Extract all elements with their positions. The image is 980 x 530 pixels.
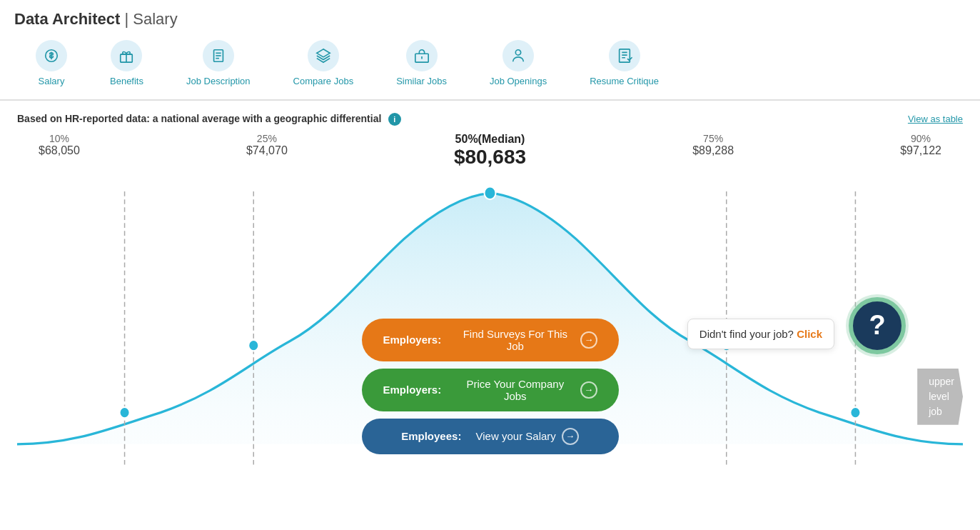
pct-90: 90% $97,122 [900,133,941,169]
upper-level-line2: level [929,391,949,402]
nav-resume-critique[interactable]: Resume Critique [568,34,680,92]
view-salary-button[interactable]: Employees: View your Salary → [362,419,619,454]
pct-90-value: $97,122 [900,144,941,157]
nav-similar-jobs-label: Similar Jobs [396,76,447,86]
salary-icon-bg [36,40,67,71]
svg-point-18 [850,407,860,418]
pct-50-value: $80,683 [454,146,526,169]
svg-point-8 [515,50,520,55]
price-jobs-button[interactable]: Employers: Price Your Company Jobs → [362,369,619,411]
question-mark-icon: ? [869,310,885,341]
job-openings-icon-bg [502,40,534,71]
pct-10-label: 10% [39,133,80,144]
tooltip-text: Didn't find your job? [699,328,794,340]
navigation: Salary Benefits Job Description Compare … [0,34,980,101]
nav-job-description[interactable]: Job Description [165,34,272,92]
nav-salary-label: Salary [39,76,65,86]
nav-job-description-label: Job Description [186,76,251,86]
find-surveys-button[interactable]: Employers: Find Surveys For This Job → [362,319,619,361]
nav-job-openings[interactable]: Job Openings [468,34,568,92]
price-jobs-prefix: Employers: [383,384,442,396]
pct-50: 50%(Median) $80,683 [454,133,526,169]
percentile-labels-row: 10% $68,050 25% $74,070 50%(Median) $80,… [17,133,963,169]
benefits-icon-bg [111,40,142,71]
title-bold: Data Architect [14,10,120,28]
find-surveys-prefix: Employers: [383,334,442,346]
chart-wrapper: Didn't find your job? Click ? upper leve… [17,176,963,476]
pct-10-value: $68,050 [39,144,80,157]
pct-90-label: 90% [900,133,941,144]
pct-75-label: 75% [692,133,734,144]
gift-icon [118,48,134,64]
pct-10: 10% $68,050 [39,133,80,169]
person-icon [510,48,526,64]
chart-section: Based on HR-reported data: a national av… [0,101,980,487]
nav-compare-jobs[interactable]: Compare Jobs [272,34,375,92]
pct-25-value: $74,070 [246,144,288,157]
cta-buttons-group: Employers: Find Surveys For This Job → E… [362,319,619,454]
question-button[interactable]: ? [849,297,906,354]
job-description-icon-bg [203,40,234,71]
svg-point-15 [248,340,258,351]
nav-job-openings-label: Job Openings [490,76,547,86]
view-salary-arrow-icon: → [562,428,579,445]
view-salary-label: View your Salary [476,430,556,442]
similar-jobs-icon-bg [406,40,438,71]
nav-salary[interactable]: Salary [14,34,89,92]
title-light: | Salary [120,10,177,28]
nav-resume-critique-label: Resume Critique [590,76,659,86]
upper-level-line3: job [929,406,942,417]
pct-75-value: $89,288 [692,144,734,157]
view-table-link[interactable]: View as table [908,114,963,124]
pct-25-label: 25% [246,133,288,144]
chart-header: Based on HR-reported data: a national av… [17,112,963,126]
price-jobs-arrow-icon: → [580,381,597,399]
pct-75: 75% $89,288 [692,133,734,169]
nav-compare-jobs-label: Compare Jobs [293,76,354,86]
view-salary-prefix: Employees: [401,430,461,442]
find-surveys-arrow-icon: → [580,331,597,349]
resume-critique-icon-bg [609,40,640,71]
page-title: Data Architect | Salary [0,0,980,34]
document-icon [211,48,226,64]
upper-level-line1: upper [929,376,954,387]
find-surveys-label: Find Surveys For This Job [455,328,575,352]
info-icon[interactable]: i [388,113,401,126]
compare-jobs-icon-bg [308,40,339,71]
briefcase-icon [414,48,430,64]
svg-point-16 [484,186,495,199]
svg-point-14 [120,407,130,418]
tooltip-box: Didn't find your job? Click [687,319,834,349]
tooltip-click-link[interactable]: Click [797,328,822,340]
pct-25: 25% $74,070 [246,133,288,169]
price-jobs-label: Price Your Company Jobs [455,378,575,402]
layers-icon [315,48,331,64]
resume-icon [617,48,632,64]
nav-similar-jobs[interactable]: Similar Jobs [375,34,468,92]
pct-50-label: 50%(Median) [454,133,526,146]
upper-level-tag[interactable]: upper level job [917,369,963,425]
nav-benefits-label: Benefits [110,76,143,86]
chart-subtitle: Based on HR-reported data: a national av… [17,113,381,124]
chart-subtitle-area: Based on HR-reported data: a national av… [17,112,401,126]
dollar-icon [44,48,59,64]
svg-rect-9 [619,49,630,62]
nav-benefits[interactable]: Benefits [89,34,165,92]
